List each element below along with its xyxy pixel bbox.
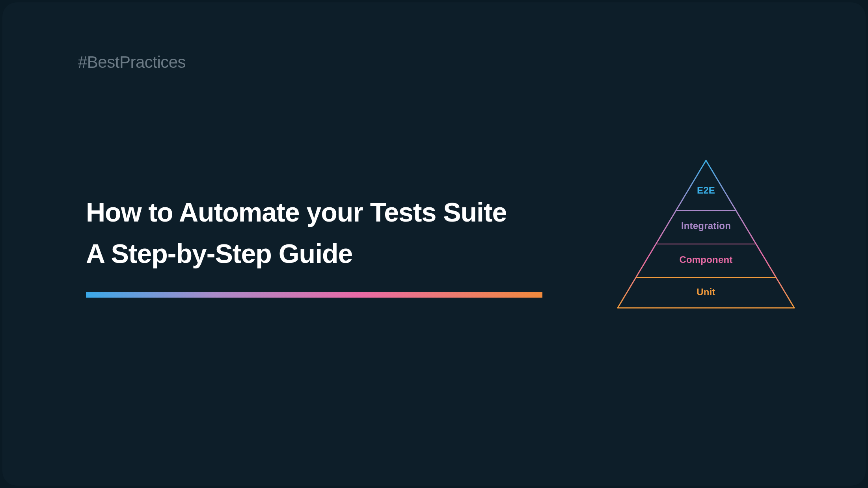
category-tag: #BestPractices bbox=[78, 53, 186, 72]
pyramid-label-component: Component bbox=[615, 254, 797, 265]
pyramid-label-integration: Integration bbox=[615, 220, 797, 231]
title-block: How to Automate your Tests Suite A Step-… bbox=[86, 192, 551, 298]
title-underline bbox=[86, 292, 542, 298]
pyramid-label-e2e: E2E bbox=[615, 185, 797, 196]
pyramid-label-unit: Unit bbox=[615, 287, 797, 298]
title-line-1: How to Automate your Tests Suite bbox=[86, 192, 551, 233]
slide-card: #BestPractices How to Automate your Test… bbox=[2, 2, 866, 486]
title-line-2: A Step-by-Step Guide bbox=[86, 233, 551, 274]
testing-pyramid: E2E Integration Component Unit bbox=[615, 158, 797, 312]
